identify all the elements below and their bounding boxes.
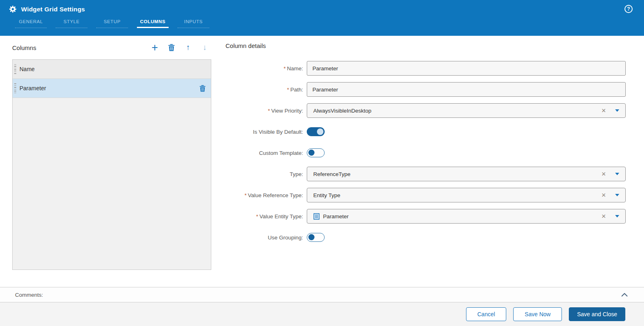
chevron-down-icon[interactable] bbox=[615, 173, 619, 175]
footer-action-bar: Cancel Save Now Save and Close bbox=[0, 302, 644, 326]
tab-inputs[interactable]: INPUTS bbox=[178, 19, 209, 28]
type-label: Type: bbox=[226, 171, 307, 177]
toggle-knob bbox=[308, 150, 314, 156]
value-entity-type-row: *Value Entity Type: bbox=[226, 209, 626, 224]
chevron-down-icon[interactable] bbox=[615, 109, 619, 112]
chevron-down-icon[interactable] bbox=[615, 194, 619, 196]
is-visible-label: Is Visible By Default: bbox=[226, 129, 307, 135]
drag-handle-icon[interactable] bbox=[14, 83, 16, 93]
collapse-comments-button[interactable] bbox=[621, 293, 628, 297]
trash-icon bbox=[168, 44, 175, 51]
clear-icon[interactable]: × bbox=[601, 107, 606, 114]
name-label: *Name: bbox=[226, 65, 307, 72]
save-and-close-button[interactable]: Save and Close bbox=[569, 307, 625, 321]
tab-setup[interactable]: SETUP bbox=[96, 19, 128, 28]
clear-icon[interactable]: × bbox=[601, 213, 606, 220]
comments-bar: Comments: bbox=[0, 287, 644, 302]
save-now-button[interactable]: Save Now bbox=[513, 307, 562, 321]
required-marker: * bbox=[256, 213, 258, 220]
is-visible-row: Is Visible By Default: bbox=[226, 124, 626, 139]
chevron-up-icon bbox=[621, 293, 628, 297]
type-row: Type: ReferenceType × bbox=[226, 167, 626, 181]
dialog-header: Widget Grid Settings ? GENERAL STYLE SET… bbox=[0, 0, 644, 36]
trash-icon bbox=[199, 85, 206, 92]
value-entity-type-label: *Value Entity Type: bbox=[226, 213, 307, 220]
tab-general[interactable]: GENERAL bbox=[15, 19, 47, 28]
chevron-down-icon[interactable] bbox=[615, 215, 619, 217]
column-details-form: *Name: *Path: *View Priority: AlwaysVisi… bbox=[226, 61, 626, 245]
tab-style[interactable]: STYLE bbox=[56, 19, 87, 28]
value-reference-type-select[interactable]: Entity Type × bbox=[307, 188, 626, 202]
drag-handle-icon[interactable] bbox=[14, 64, 16, 74]
use-grouping-row: Use Grouping: bbox=[226, 230, 626, 245]
type-select[interactable]: ReferenceType × bbox=[307, 167, 626, 181]
custom-template-label: Custom Template: bbox=[226, 150, 307, 156]
clear-icon[interactable]: × bbox=[601, 191, 606, 199]
list-item-label: Name bbox=[20, 66, 35, 72]
value-entity-type-value: Parameter bbox=[323, 213, 349, 220]
path-input[interactable] bbox=[307, 82, 626, 97]
required-marker: * bbox=[268, 108, 270, 114]
use-grouping-label: Use Grouping: bbox=[226, 235, 307, 241]
view-priority-row: *View Priority: AlwaysVisibleInDesktop × bbox=[226, 103, 626, 118]
path-row: *Path: bbox=[226, 82, 626, 97]
column-list-item-name[interactable]: Name bbox=[13, 60, 211, 79]
delete-column-button[interactable] bbox=[168, 44, 175, 51]
custom-template-toggle[interactable] bbox=[307, 148, 325, 157]
value-reference-type-label: *Value Reference Type: bbox=[226, 192, 307, 198]
cancel-button[interactable]: Cancel bbox=[466, 307, 507, 321]
view-priority-value: AlwaysVisibleInDesktop bbox=[313, 108, 601, 114]
use-grouping-toggle[interactable] bbox=[307, 233, 325, 242]
help-icon[interactable]: ? bbox=[624, 5, 633, 13]
move-column-up-button[interactable]: ↑ bbox=[185, 44, 191, 51]
toggle-knob bbox=[317, 128, 323, 135]
column-list: Name Parameter bbox=[12, 59, 211, 270]
tab-columns[interactable]: COLUMNS bbox=[137, 19, 169, 28]
columns-panel-header: Columns + ↑ ↓ bbox=[12, 42, 211, 53]
help-glyph: ? bbox=[627, 6, 630, 12]
columns-panel: Columns + ↑ ↓ bbox=[12, 42, 211, 270]
value-entity-type-select[interactable]: Parameter × bbox=[307, 209, 626, 224]
required-marker: * bbox=[245, 192, 247, 198]
column-list-item-parameter[interactable]: Parameter bbox=[13, 79, 211, 98]
clear-icon[interactable]: × bbox=[601, 170, 606, 178]
columns-toolbar: + ↑ ↓ bbox=[152, 44, 211, 51]
value-reference-type-value: Entity Type bbox=[313, 192, 601, 198]
required-marker: * bbox=[287, 87, 289, 93]
toggle-knob bbox=[308, 234, 314, 240]
type-value: ReferenceType bbox=[313, 171, 601, 177]
path-label: *Path: bbox=[226, 87, 307, 93]
view-priority-label: *View Priority: bbox=[226, 108, 307, 114]
custom-template-row: Custom Template: bbox=[226, 146, 626, 160]
add-column-button[interactable]: + bbox=[152, 44, 158, 51]
is-visible-by-default-toggle[interactable] bbox=[307, 127, 325, 136]
gear-icon bbox=[9, 5, 17, 13]
required-marker: * bbox=[284, 65, 286, 72]
column-details-panel: Column details *Name: *Path: *View Prior… bbox=[226, 42, 626, 251]
move-column-down-button[interactable]: ↓ bbox=[202, 44, 208, 51]
title-bar: Widget Grid Settings bbox=[0, 0, 644, 13]
value-reference-type-row: *Value Reference Type: Entity Type × bbox=[226, 188, 626, 202]
row-delete-button[interactable] bbox=[199, 85, 206, 92]
columns-panel-title: Columns bbox=[12, 44, 36, 51]
view-priority-select[interactable]: AlwaysVisibleInDesktop × bbox=[307, 103, 626, 118]
name-input[interactable] bbox=[307, 61, 626, 76]
comments-label: Comments: bbox=[15, 292, 621, 298]
tab-bar: GENERAL STYLE SETUP COLUMNS INPUTS bbox=[15, 19, 644, 28]
column-details-title: Column details bbox=[226, 42, 626, 53]
list-item-label: Parameter bbox=[20, 85, 46, 91]
page-title: Widget Grid Settings bbox=[21, 6, 85, 13]
entity-type-icon bbox=[313, 213, 320, 220]
name-row: *Name: bbox=[226, 61, 626, 76]
